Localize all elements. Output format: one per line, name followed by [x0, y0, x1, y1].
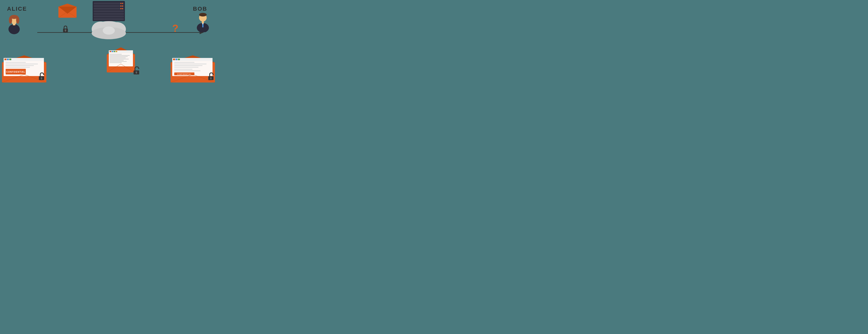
envelope-open-center — [107, 46, 135, 70]
svg-rect-87 — [174, 64, 207, 64]
svg-point-34 — [122, 8, 123, 9]
svg-rect-84 — [176, 59, 178, 60]
arrow-right — [125, 32, 204, 33]
svg-rect-98 — [211, 78, 211, 79]
question-mark: ? — [172, 23, 179, 34]
svg-rect-50 — [110, 56, 128, 57]
svg-point-3 — [16, 16, 19, 24]
svg-rect-28 — [94, 18, 124, 20]
svg-rect-44 — [110, 51, 111, 52]
svg-rect-24 — [94, 8, 124, 10]
svg-point-6 — [12, 22, 16, 25]
svg-rect-89 — [174, 67, 198, 68]
svg-rect-10 — [202, 21, 204, 23]
svg-point-29 — [120, 3, 121, 4]
svg-rect-47 — [116, 51, 117, 52]
svg-rect-60 — [136, 73, 137, 74]
svg-rect-71 — [6, 64, 38, 64]
svg-text:CONFIDENTIAL: CONFIDENTIAL — [177, 73, 192, 75]
svg-rect-70 — [6, 62, 26, 63]
svg-rect-46 — [114, 51, 115, 52]
svg-rect-83 — [173, 59, 175, 60]
svg-rect-91 — [174, 70, 200, 71]
lock-open-center-icon — [133, 66, 141, 75]
svg-rect-78 — [41, 78, 42, 79]
lock-bottom-bob-icon — [208, 72, 215, 80]
svg-rect-25 — [94, 10, 124, 12]
lock-on-arrow — [62, 25, 68, 33]
svg-rect-73 — [6, 67, 30, 68]
svg-rect-90 — [174, 69, 192, 70]
svg-marker-15 — [58, 4, 76, 7]
svg-rect-55 — [110, 62, 122, 63]
alice-avatar — [4, 14, 24, 34]
svg-rect-23 — [94, 5, 124, 7]
svg-point-32 — [122, 5, 123, 7]
svg-rect-53 — [110, 60, 124, 61]
svg-rect-48 — [110, 54, 122, 55]
svg-rect-67 — [9, 59, 11, 60]
svg-point-30 — [122, 3, 123, 4]
svg-point-4 — [8, 24, 20, 34]
svg-rect-54 — [110, 61, 127, 62]
main-scene: ALICE BOB ? — [0, 0, 217, 84]
envelope-top-center — [58, 4, 76, 18]
svg-point-2 — [9, 16, 12, 24]
svg-rect-52 — [110, 59, 129, 59]
cloud-server — [87, 0, 131, 42]
svg-rect-22 — [94, 2, 124, 4]
svg-rect-49 — [110, 55, 130, 56]
svg-point-39 — [103, 27, 115, 35]
lock-bottom-alice-icon — [38, 72, 45, 80]
svg-rect-45 — [112, 51, 113, 52]
svg-rect-85 — [178, 59, 180, 60]
bob-label: BOB — [193, 6, 207, 12]
bob-avatar — [193, 12, 213, 32]
svg-rect-66 — [7, 59, 9, 60]
alice-label: ALICE — [7, 6, 27, 12]
svg-point-31 — [120, 5, 121, 7]
svg-rect-86 — [174, 62, 194, 63]
svg-rect-65 — [4, 59, 6, 60]
svg-rect-88 — [174, 65, 203, 66]
svg-rect-72 — [6, 65, 34, 66]
svg-rect-20 — [65, 31, 66, 32]
svg-rect-51 — [110, 58, 126, 58]
svg-point-33 — [120, 8, 121, 9]
svg-text:CONFIDENTIAL: CONFIDENTIAL — [6, 71, 25, 73]
svg-rect-26 — [94, 13, 124, 15]
svg-rect-27 — [94, 15, 124, 18]
svg-point-8 — [199, 13, 207, 16]
